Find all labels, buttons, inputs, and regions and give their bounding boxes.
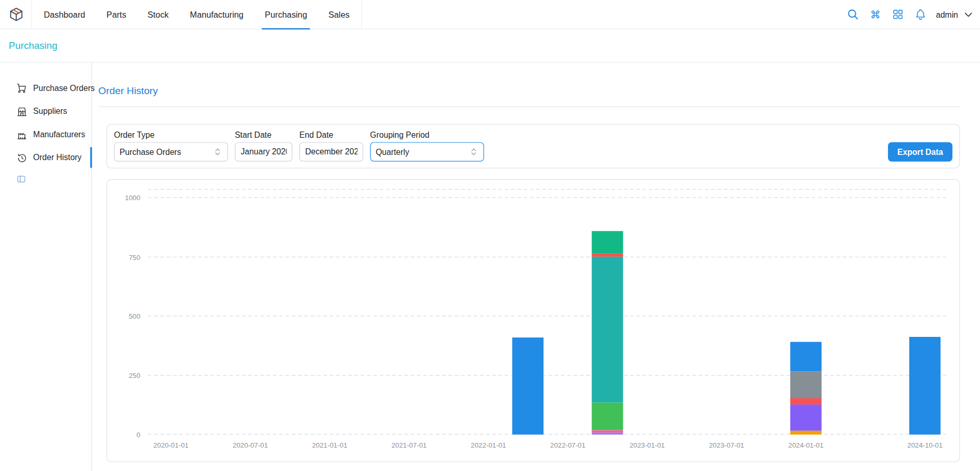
x-axis-label: 2021-01-01 bbox=[312, 441, 347, 449]
order-type-select[interactable]: Purchase Orders bbox=[114, 142, 228, 161]
tab-dashboard[interactable]: Dashboard bbox=[33, 0, 96, 29]
gridline bbox=[148, 256, 946, 257]
start-date-field: Start Date bbox=[235, 130, 293, 162]
page-title: Purchasing bbox=[9, 40, 57, 51]
grouping-period-value: Quarterly bbox=[376, 147, 409, 156]
y-axis-label: 250 bbox=[111, 372, 140, 379]
bar-segment[interactable] bbox=[790, 371, 821, 398]
sidebar-item-order-history[interactable]: Order History bbox=[0, 146, 92, 169]
bar-segment[interactable] bbox=[790, 398, 821, 404]
bar-segment[interactable] bbox=[592, 231, 623, 253]
order-history-panel: Order History Order Type Purchase Orders… bbox=[92, 62, 980, 470]
bar-segment[interactable] bbox=[592, 433, 623, 435]
navbar: Dashboard Parts Stock Manufacturing Purc… bbox=[0, 0, 980, 30]
x-axis-label: 2020-01-01 bbox=[153, 441, 189, 449]
grouping-period-field: Grouping Period Quarterly bbox=[370, 130, 484, 162]
section-divider bbox=[98, 107, 959, 107]
shopping-cart-icon bbox=[16, 82, 28, 94]
grouping-period-select[interactable]: Quarterly bbox=[370, 142, 484, 161]
end-date-label: End Date bbox=[299, 130, 363, 140]
x-axis-label: 2024-10-01 bbox=[907, 441, 943, 449]
tab-manufacturing[interactable]: Manufacturing bbox=[179, 0, 254, 29]
select-chevrons-icon bbox=[213, 147, 223, 156]
sidebar-item-label: Suppliers bbox=[33, 107, 67, 116]
gridline bbox=[148, 375, 946, 375]
x-axis-label: 2020-07-01 bbox=[233, 441, 268, 449]
start-date-label: Start Date bbox=[235, 130, 293, 140]
x-axis-label: 2023-07-01 bbox=[709, 441, 744, 449]
sidebar-collapse-icon[interactable] bbox=[16, 174, 28, 186]
x-axis-label: 2023-01-01 bbox=[630, 441, 665, 449]
tab-sales[interactable]: Sales bbox=[318, 0, 360, 29]
sidebar-item-manufacturers[interactable]: Manufacturers bbox=[0, 123, 92, 146]
x-axis-label: 2024-01-01 bbox=[788, 441, 824, 449]
start-date-input[interactable] bbox=[235, 142, 293, 161]
tab-stock[interactable]: Stock bbox=[137, 0, 179, 29]
user-menu[interactable]: admin bbox=[936, 9, 974, 19]
sidebar-item-label: Purchase Orders bbox=[33, 83, 95, 93]
section-title: Order History bbox=[98, 85, 980, 100]
order-type-label: Order Type bbox=[114, 130, 228, 140]
command-palette-icon[interactable] bbox=[866, 5, 884, 24]
chart-bar[interactable] bbox=[592, 231, 623, 434]
select-chevrons-icon bbox=[469, 147, 478, 156]
chevron-down-icon bbox=[963, 9, 973, 19]
notifications-bell-icon[interactable] bbox=[911, 5, 930, 24]
bar-segment[interactable] bbox=[592, 402, 623, 430]
bar-segment[interactable] bbox=[790, 404, 821, 431]
bar-segment[interactable] bbox=[592, 257, 623, 402]
bar-segment[interactable] bbox=[513, 337, 544, 435]
plot-top-border bbox=[148, 189, 946, 190]
x-axis-label: 2022-01-01 bbox=[471, 441, 506, 449]
end-date-field: End Date bbox=[299, 130, 363, 162]
y-axis-label: 1000 bbox=[111, 194, 140, 201]
y-axis-label: 750 bbox=[111, 253, 140, 260]
username-label: admin bbox=[936, 10, 958, 19]
chart-plot: 025050075010002020-01-012020-07-012021-0… bbox=[148, 189, 946, 435]
bar-segment[interactable] bbox=[790, 431, 821, 435]
end-date-input[interactable] bbox=[299, 142, 363, 161]
navbar-actions: admin bbox=[843, 0, 975, 29]
app-logo-icon[interactable] bbox=[5, 0, 28, 29]
y-axis-label: 0 bbox=[111, 431, 140, 438]
bar-segment[interactable] bbox=[909, 337, 940, 435]
gridline bbox=[148, 197, 946, 198]
building-factory-icon bbox=[16, 129, 28, 140]
sidebar-item-label: Manufacturers bbox=[33, 129, 85, 139]
grouping-period-label: Grouping Period bbox=[370, 130, 484, 140]
sidebar-item-label: Order History bbox=[33, 153, 82, 162]
x-axis-label: 2021-07-01 bbox=[391, 441, 427, 449]
history-clock-icon bbox=[16, 152, 28, 163]
y-axis-label: 500 bbox=[111, 312, 140, 320]
tab-purchasing[interactable]: Purchasing bbox=[254, 0, 318, 29]
sidebar-item-purchase-orders[interactable]: Purchase Orders bbox=[0, 76, 92, 100]
chart-card: 025050075010002020-01-012020-07-012021-0… bbox=[107, 179, 960, 462]
main-tabs: Dashboard Parts Stock Manufacturing Purc… bbox=[31, 0, 362, 29]
app-viewport: Dashboard Parts Stock Manufacturing Purc… bbox=[0, 0, 980, 471]
chart-bar[interactable] bbox=[790, 342, 821, 435]
order-type-value: Purchase Orders bbox=[120, 147, 181, 156]
export-data-button[interactable]: Export Data bbox=[888, 142, 952, 161]
tab-parts[interactable]: Parts bbox=[96, 0, 137, 29]
chart-bar[interactable] bbox=[909, 337, 940, 435]
page-header: Purchasing bbox=[0, 30, 980, 63]
x-axis-label: 2022-07-01 bbox=[550, 441, 585, 449]
search-icon[interactable] bbox=[843, 5, 862, 24]
building-store-icon bbox=[16, 106, 28, 117]
chart-bar[interactable] bbox=[513, 337, 544, 435]
sidebar-item-suppliers[interactable]: Suppliers bbox=[0, 100, 92, 123]
filter-card: Order Type Purchase Orders Start Date En… bbox=[107, 124, 960, 168]
barcode-scan-icon[interactable] bbox=[888, 5, 907, 24]
order-type-field: Order Type Purchase Orders bbox=[114, 130, 228, 162]
gridline bbox=[148, 316, 946, 316]
app-body: Purchase Orders Suppliers Manufacturers … bbox=[0, 62, 980, 470]
bar-segment[interactable] bbox=[790, 342, 821, 371]
gridline bbox=[148, 434, 946, 435]
sidebar: Purchase Orders Suppliers Manufacturers … bbox=[0, 62, 92, 470]
